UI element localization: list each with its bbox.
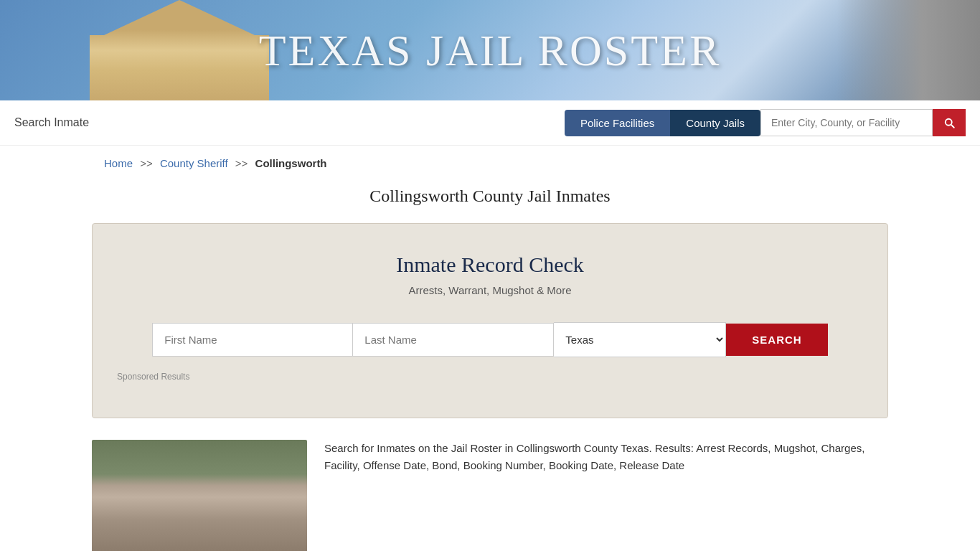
nav-bar: Search Inmate Police Facilities County J…	[0, 100, 980, 146]
county-description: Search for Inmates on the Jail Roster in…	[324, 440, 888, 474]
record-check-subtitle: Arrests, Warrant, Mugshot & More	[114, 284, 866, 296]
facility-search-input[interactable]	[760, 109, 933, 136]
last-name-input[interactable]	[353, 323, 554, 357]
county-building-image	[92, 440, 307, 551]
nav-right: Police Facilities County Jails	[565, 109, 966, 136]
record-check-form: AlabamaAlaskaArizonaArkansasCaliforniaCo…	[114, 322, 866, 357]
keys-image	[837, 0, 980, 100]
breadcrumb-county-sheriff[interactable]: County Sheriff	[160, 157, 228, 169]
breadcrumb-current: Collingsworth	[255, 157, 327, 169]
county-jails-button[interactable]: County Jails	[670, 110, 760, 136]
facility-search-button[interactable]	[933, 109, 966, 136]
page-title: Collingsworth County Jail Inmates	[90, 187, 890, 206]
capitol-building-image	[90, 0, 269, 100]
breadcrumb: Home >> County Sheriff >> Collingsworth	[90, 146, 890, 175]
search-inmate-label: Search Inmate	[14, 116, 89, 129]
record-search-button[interactable]: SEARCH	[726, 324, 827, 356]
breadcrumb-sep2: >>	[235, 157, 248, 169]
building-visual	[92, 440, 307, 551]
state-select[interactable]: AlabamaAlaskaArizonaArkansasCaliforniaCo…	[554, 322, 726, 357]
site-title: Texas Jail Roster	[259, 25, 722, 76]
sponsored-label: Sponsored Results	[114, 372, 866, 382]
record-check-box: Inmate Record Check Arrests, Warrant, Mu…	[92, 223, 888, 418]
record-check-title: Inmate Record Check	[114, 253, 866, 277]
breadcrumb-sep1: >>	[140, 157, 153, 169]
police-facilities-button[interactable]: Police Facilities	[565, 110, 670, 136]
breadcrumb-home[interactable]: Home	[104, 157, 133, 169]
bottom-section: Search for Inmates on the Jail Roster in…	[92, 440, 888, 551]
search-icon	[943, 116, 956, 129]
first-name-input[interactable]	[152, 323, 353, 357]
header-banner: Texas Jail Roster	[0, 0, 980, 100]
